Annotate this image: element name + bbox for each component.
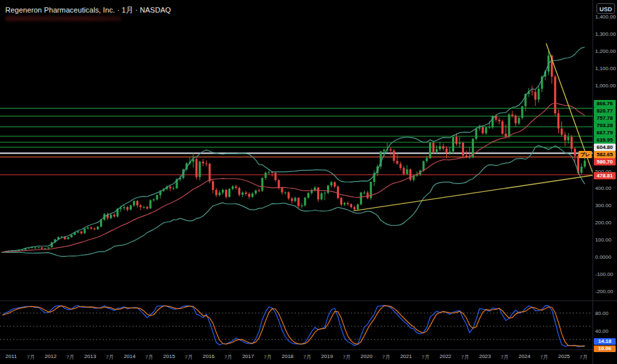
time-tick: 7月: [461, 353, 469, 361]
level-lines: [0, 109, 593, 175]
time-tick: 7月: [26, 353, 34, 361]
price-tick: 1,200.00: [595, 48, 616, 54]
time-tick: 2012: [45, 353, 57, 359]
price-tick: 1,100.00: [595, 66, 616, 71]
candles: [1, 49, 586, 253]
time-tick: 2020: [361, 353, 373, 359]
stochastic-chart[interactable]: [0, 301, 593, 349]
currency-toggle-button[interactable]: USD: [596, 3, 615, 14]
pane-divider[interactable]: [0, 300, 617, 301]
price-level-label[interactable]: 820.77: [594, 107, 616, 114]
upper-band-line: [3, 47, 585, 252]
price-tick: 1,300.00: [595, 31, 616, 37]
price-pane[interactable]: [0, 0, 593, 303]
time-tick: 2022: [440, 353, 451, 359]
moving-average-line: [3, 103, 585, 252]
time-tick: 2024: [518, 353, 530, 359]
price-level-label[interactable]: 604.80: [594, 144, 616, 151]
price-tick: 1,000.00: [595, 83, 616, 89]
price-level-label[interactable]: 757.78: [594, 114, 616, 122]
price-axis-divider: [593, 0, 593, 364]
price-tick: 300.00: [595, 203, 611, 208]
time-tick: 7月: [540, 353, 548, 361]
time-tick: 7月: [106, 353, 114, 361]
time-tick: 2017: [242, 353, 254, 359]
time-tick: 2014: [124, 353, 136, 359]
time-tick: 2011: [5, 353, 17, 359]
time-tick: 2016: [203, 353, 214, 359]
time-tick: 2025: [558, 353, 570, 359]
stoch-tick: 40.00: [595, 328, 608, 334]
price-tick: -100.00: [595, 271, 613, 277]
time-tick: 7月: [343, 353, 351, 361]
stoch-k-value-badge: 14.18: [594, 338, 616, 345]
time-tick: 2018: [281, 353, 293, 359]
time-tick: 7月: [224, 353, 232, 361]
price-level-label[interactable]: 580.70: [594, 158, 616, 165]
price-tick: -200.00: [595, 288, 613, 294]
time-tick: 2023: [479, 353, 491, 359]
price-level-label[interactable]: 478.81: [594, 172, 616, 179]
time-tick: 2015: [164, 353, 175, 359]
time-tick: 2021: [400, 353, 412, 359]
time-tick: 7月: [579, 353, 587, 361]
price-level-label[interactable]: 703.28: [594, 122, 616, 129]
trading-chart-window: 1,400.001,300.001,200.001,100.001,000.00…: [0, 0, 617, 364]
stoch-d-value-badge: 10.06: [594, 345, 616, 352]
time-tick: 7月: [145, 353, 153, 361]
trendline: [354, 175, 593, 211]
price-tick: 1,400.00: [595, 14, 616, 20]
time-axis-divider: [0, 349, 617, 350]
premarket-price-tag[interactable]: プレ: [579, 151, 592, 158]
time-tick: 2013: [84, 353, 96, 359]
time-tick: 7月: [263, 353, 271, 361]
price-level-label[interactable]: 667.79: [594, 129, 616, 136]
time-tick: 7月: [422, 353, 430, 361]
time-tick: 7月: [185, 353, 193, 361]
symbol-title[interactable]: Regeneron Pharmaceuticals, Inc. · 1月 · N…: [5, 5, 171, 15]
price-tick: 100.00: [595, 237, 611, 243]
price-level-label[interactable]: 639.95: [594, 136, 616, 144]
time-tick: 7月: [303, 353, 311, 361]
time-tick: 7月: [382, 353, 390, 361]
candlestick-chart[interactable]: [0, 0, 593, 300]
price-tick: 200.00: [595, 220, 611, 226]
price-tick: 0.0000: [595, 254, 611, 260]
price-level-label[interactable]: 582.65: [594, 151, 616, 158]
time-tick: 7月: [66, 353, 74, 361]
price-tick: 400.00: [595, 185, 611, 191]
stochastic-pane[interactable]: [0, 301, 593, 352]
time-tick: 2019: [321, 353, 333, 359]
ohlc-readout-blurred: [5, 16, 121, 21]
price-level-label[interactable]: 866.76: [594, 100, 616, 107]
stoch-tick: 80.00: [595, 310, 608, 316]
time-tick: 7月: [500, 353, 508, 361]
